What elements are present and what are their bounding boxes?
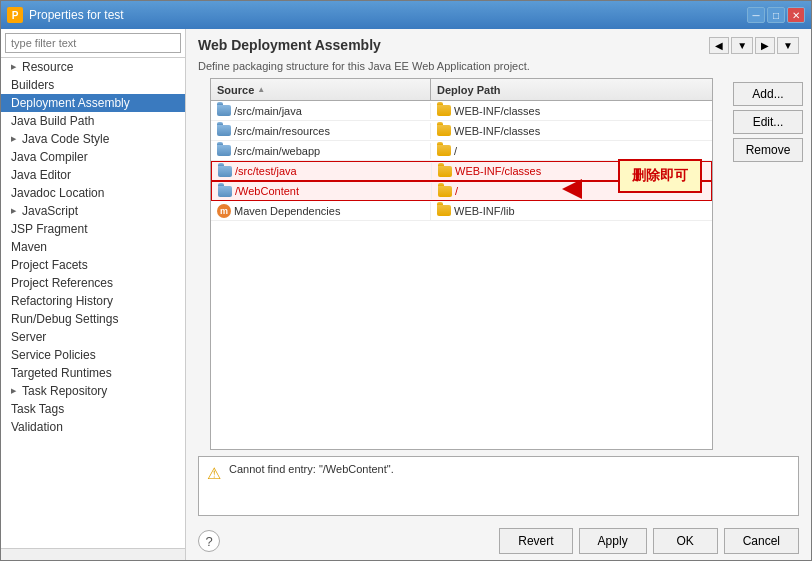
sidebar-item-task-repository[interactable]: Task Repository	[1, 382, 185, 400]
add-button[interactable]: Add...	[733, 82, 803, 106]
panel-description: Define packaging structure for this Java…	[186, 58, 811, 78]
sidebar-item-javadoc-location[interactable]: Javadoc Location	[1, 184, 185, 202]
sidebar-scrollbar[interactable]	[1, 548, 185, 560]
sidebar-item-task-tags[interactable]: Task Tags	[1, 400, 185, 418]
sidebar-item-java-build-path[interactable]: Java Build Path	[1, 112, 185, 130]
minimize-button[interactable]: ─	[747, 7, 765, 23]
window-title: Properties for test	[29, 8, 124, 22]
panel-title: Web Deployment Assembly	[198, 37, 381, 53]
warning-icon: ⚠	[207, 464, 221, 483]
dropdown-button[interactable]: ▼	[731, 37, 753, 54]
main-content: Resource Builders Deployment Assembly Ja…	[1, 29, 811, 560]
main-panel: Web Deployment Assembly ◀ ▼ ▶ ▼ Define p…	[186, 29, 811, 560]
help-button[interactable]: ?	[198, 530, 220, 552]
sidebar-item-server[interactable]: Server	[1, 328, 185, 346]
dep-icon: m	[217, 204, 231, 218]
ok-button[interactable]: OK	[653, 528, 718, 554]
deploy-cell: WEB-INF/classes	[431, 123, 712, 139]
sidebar-item-java-editor[interactable]: Java Editor	[1, 166, 185, 184]
table-area-container: Source ▲ Deploy Path /src/main/java	[186, 78, 811, 450]
sidebar: Resource Builders Deployment Assembly Ja…	[1, 29, 186, 560]
title-bar-left: P Properties for test	[7, 7, 124, 23]
folder-icon	[437, 145, 451, 156]
maximize-button[interactable]: □	[767, 7, 785, 23]
back-button[interactable]: ◀	[709, 37, 729, 54]
footer: ? Revert Apply OK Cancel	[186, 522, 811, 560]
table-row-highlighted-1[interactable]: /src/test/java WEB-INF/classes	[211, 161, 712, 181]
sidebar-item-java-compiler[interactable]: Java Compiler	[1, 148, 185, 166]
deployment-table: Source ▲ Deploy Path /src/main/java	[210, 78, 713, 450]
folder-icon	[217, 105, 231, 116]
forward-button[interactable]: ▶	[755, 37, 775, 54]
sidebar-item-jsp-fragment[interactable]: JSP Fragment	[1, 220, 185, 238]
table-row[interactable]: m Maven Dependencies WEB-INF/lib	[211, 201, 712, 221]
sidebar-item-project-references[interactable]: Project References	[1, 274, 185, 292]
source-cell: /src/test/java	[212, 163, 432, 179]
nav-list: Resource Builders Deployment Assembly Ja…	[1, 58, 185, 548]
close-button[interactable]: ✕	[787, 7, 805, 23]
table-row-highlighted-2[interactable]: /WebContent /	[211, 181, 712, 201]
folder-icon	[437, 105, 451, 116]
window-icon: P	[7, 7, 23, 23]
title-buttons: ─ □ ✕	[747, 7, 805, 23]
sidebar-item-validation[interactable]: Validation	[1, 418, 185, 436]
filter-box	[1, 29, 185, 58]
folder-icon	[218, 166, 232, 177]
table-row[interactable]: /src/main/resources WEB-INF/classes	[211, 121, 712, 141]
properties-window: P Properties for test ─ □ ✕ Resource Bui…	[0, 0, 812, 561]
right-buttons: Add... Edit... Remove	[725, 78, 811, 450]
deploy-cell: WEB-INF/lib	[431, 203, 712, 219]
sidebar-item-java-code-style[interactable]: Java Code Style	[1, 130, 185, 148]
cancel-button[interactable]: Cancel	[724, 528, 799, 554]
more-button[interactable]: ▼	[777, 37, 799, 54]
table-row[interactable]: /src/main/webapp /	[211, 141, 712, 161]
remove-button[interactable]: Remove	[733, 138, 803, 162]
deploy-cell: /	[431, 143, 712, 159]
folder-icon	[437, 205, 451, 216]
footer-right: Revert Apply OK Cancel	[499, 528, 799, 554]
folder-icon	[217, 145, 231, 156]
folder-icon	[438, 186, 452, 197]
sort-icon: ▲	[257, 85, 265, 94]
table-header: Source ▲ Deploy Path	[211, 79, 712, 101]
apply-button[interactable]: Apply	[579, 528, 647, 554]
panel-toolbar: ◀ ▼ ▶ ▼	[709, 37, 799, 54]
warning-text: Cannot find entry: "/WebContent".	[229, 463, 394, 475]
sidebar-item-targeted-runtimes[interactable]: Targeted Runtimes	[1, 364, 185, 382]
sidebar-item-project-facets[interactable]: Project Facets	[1, 256, 185, 274]
deploy-cell: WEB-INF/classes	[431, 103, 712, 119]
revert-button[interactable]: Revert	[499, 528, 572, 554]
source-cell: /src/main/java	[211, 103, 431, 119]
table-body: /src/main/java WEB-INF/classes /src	[211, 101, 712, 449]
sidebar-item-builders[interactable]: Builders	[1, 76, 185, 94]
table-row[interactable]: /src/main/java WEB-INF/classes	[211, 101, 712, 121]
filter-input[interactable]	[5, 33, 181, 53]
sidebar-item-service-policies[interactable]: Service Policies	[1, 346, 185, 364]
source-cell: /src/main/resources	[211, 123, 431, 139]
sidebar-item-maven[interactable]: Maven	[1, 238, 185, 256]
folder-icon	[438, 166, 452, 177]
col-source: Source ▲	[211, 79, 431, 100]
sidebar-item-run-debug[interactable]: Run/Debug Settings	[1, 310, 185, 328]
warning-section: ⚠ Cannot find entry: "/WebContent".	[198, 456, 799, 516]
sidebar-item-refactoring-history[interactable]: Refactoring History	[1, 292, 185, 310]
sidebar-item-resource[interactable]: Resource	[1, 58, 185, 76]
edit-button[interactable]: Edit...	[733, 110, 803, 134]
title-bar: P Properties for test ─ □ ✕	[1, 1, 811, 29]
sidebar-item-javascript[interactable]: JavaScript	[1, 202, 185, 220]
folder-icon	[217, 125, 231, 136]
deploy-cell: /	[432, 183, 711, 199]
panel-header: Web Deployment Assembly ◀ ▼ ▶ ▼	[186, 29, 811, 58]
folder-icon	[437, 125, 451, 136]
sidebar-item-deployment-assembly[interactable]: Deployment Assembly	[1, 94, 185, 112]
source-cell: /src/main/webapp	[211, 143, 431, 159]
source-cell: /WebContent	[212, 183, 432, 199]
folder-icon	[218, 186, 232, 197]
deploy-cell: WEB-INF/classes	[432, 163, 711, 179]
source-cell: m Maven Dependencies	[211, 202, 431, 220]
col-deploy: Deploy Path	[431, 79, 712, 100]
